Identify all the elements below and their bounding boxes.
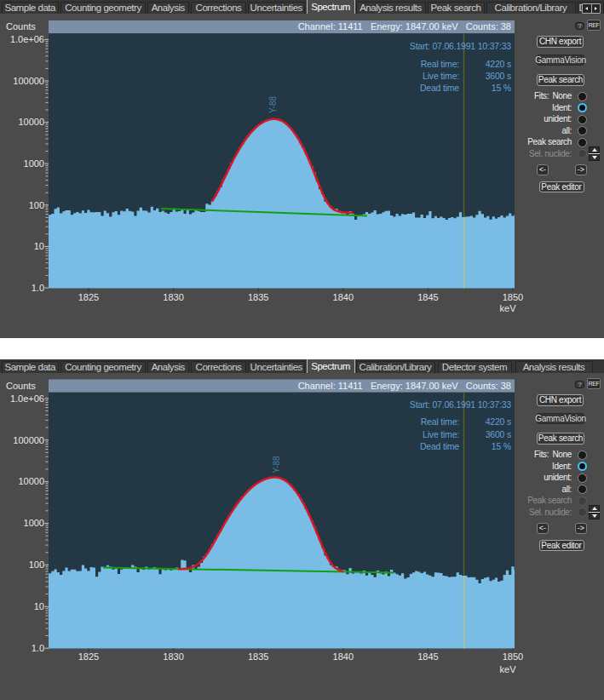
svg-text:Live time:: Live time: <box>423 429 459 439</box>
svg-text:Real time:: Real time: <box>421 416 459 427</box>
svg-text:1840: 1840 <box>333 651 354 662</box>
svg-text:Live time:: Live time: <box>423 71 459 81</box>
svg-text:100: 100 <box>29 200 44 210</box>
svg-text:Y-88: Y-88 <box>272 456 281 473</box>
svg-text:1845: 1845 <box>417 292 438 302</box>
svg-text:100: 100 <box>29 559 44 570</box>
svg-text:1850: 1850 <box>503 651 523 662</box>
svg-text:1850: 1850 <box>503 292 523 302</box>
svg-text:3600 s: 3600 s <box>486 429 511 439</box>
svg-text:1000: 1000 <box>24 158 44 169</box>
svg-text:1825: 1825 <box>78 651 99 662</box>
svg-text:Counts: Counts <box>6 21 36 32</box>
svg-text:1.0: 1.0 <box>32 283 44 293</box>
svg-text:Counts: Counts <box>6 381 36 391</box>
svg-text:1830: 1830 <box>163 292 183 302</box>
svg-text:Start: 07.06.1991 10:37:33: Start: 07.06.1991 10:37:33 <box>410 399 512 410</box>
svg-text:3600 s: 3600 s <box>486 71 511 81</box>
svg-text:keV: keV <box>500 664 517 674</box>
svg-text:15 %: 15 % <box>492 83 511 93</box>
svg-text:4220 s: 4220 s <box>486 59 511 69</box>
svg-text:Dead time: Dead time <box>420 441 459 451</box>
svg-text:1835: 1835 <box>248 651 268 662</box>
svg-text:100000: 100000 <box>13 435 44 445</box>
svg-text:1845: 1845 <box>417 651 438 662</box>
svg-text:Start: 07.06.1991 10:37:33: Start: 07.06.1991 10:37:33 <box>410 41 512 51</box>
svg-text:1825: 1825 <box>78 292 99 302</box>
svg-text:1.0e+06: 1.0e+06 <box>10 34 44 44</box>
svg-text:Y-88: Y-88 <box>268 95 278 113</box>
svg-text:1.0e+06: 1.0e+06 <box>10 393 44 404</box>
svg-text:1830: 1830 <box>163 651 183 662</box>
svg-text:15 %: 15 % <box>492 441 511 451</box>
svg-text:10000: 10000 <box>18 476 44 486</box>
svg-text:Dead time: Dead time <box>420 83 459 93</box>
svg-text:10000: 10000 <box>18 117 44 127</box>
svg-text:1840: 1840 <box>333 292 354 302</box>
svg-text:1000: 1000 <box>24 518 44 528</box>
svg-text:Real time:: Real time: <box>421 59 459 69</box>
svg-text:1835: 1835 <box>248 292 268 302</box>
svg-text:Channel: 11411 Energy: 1847.: Channel: 11411 Energy: 1847.00 keV Count… <box>298 381 511 391</box>
svg-text:Channel: 11411 Energy: 1847.: Channel: 11411 Energy: 1847.00 keV Count… <box>298 21 511 32</box>
svg-text:4220 s: 4220 s <box>486 416 511 427</box>
svg-text:1.0: 1.0 <box>32 643 44 653</box>
svg-text:keV: keV <box>500 303 517 313</box>
svg-text:10: 10 <box>34 601 44 611</box>
svg-text:10: 10 <box>34 241 44 251</box>
svg-text:100000: 100000 <box>13 76 44 86</box>
